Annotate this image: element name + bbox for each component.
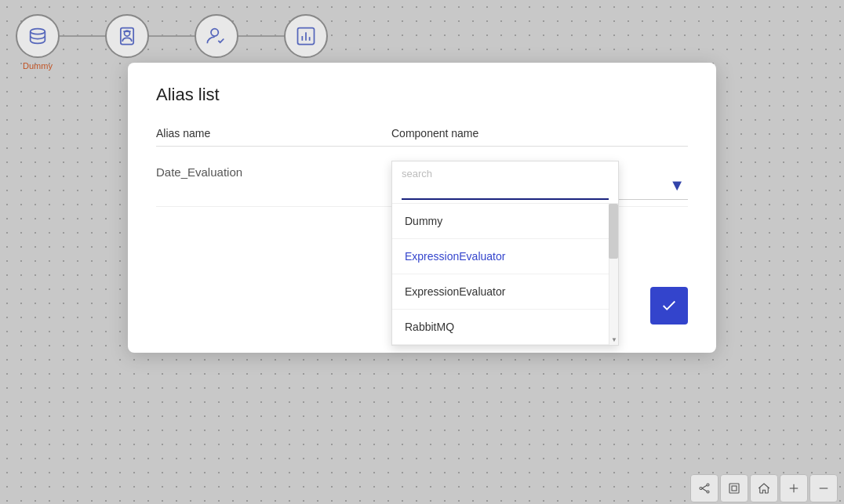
node-label-dummy: Dummy: [23, 61, 53, 71]
scrollbar-track: ▲ ▼: [609, 204, 618, 345]
scrollbar-down-arrow[interactable]: ▼: [609, 334, 618, 345]
dropdown-list: Dummy ExpressionEvaluator ExpressionEval…: [392, 204, 618, 345]
person-doc-icon: [116, 25, 138, 47]
dropdown-item-0[interactable]: Dummy: [392, 204, 609, 239]
col-header-component: Component name: [391, 127, 688, 140]
dropdown-search-area: search: [392, 161, 618, 204]
scrollbar-thumb[interactable]: [609, 204, 618, 259]
dropdown-item-1[interactable]: ExpressionEvaluator: [392, 239, 609, 274]
chevron-down-icon: ▼: [669, 176, 685, 194]
pipeline-node-2[interactable]: [105, 14, 149, 58]
pipeline-node-4[interactable]: [284, 14, 328, 58]
alias-list-modal: Alias list Alias name Component name Dat…: [128, 63, 716, 353]
chart-icon: [295, 25, 317, 47]
dropdown-item-2[interactable]: ExpressionEvaluator: [392, 274, 609, 310]
dropdown-search-input[interactable]: [402, 183, 609, 200]
connector-1: [59, 35, 106, 37]
dropdown-item-3[interactable]: RabbitMQ: [392, 310, 609, 345]
checkmark-icon: [660, 297, 678, 314]
component-dropdown: search Dummy ExpressionEvaluator Express…: [391, 161, 619, 346]
col-header-alias: Alias name: [156, 127, 391, 140]
person-check-icon: [206, 25, 227, 47]
alias-value-0: Date_Evaluation: [156, 161, 391, 179]
component-wrapper-0: please select ExpressionEvaluator ▼ sear…: [391, 161, 688, 200]
search-placeholder-label: search: [402, 168, 609, 179]
svg-point-4: [211, 29, 218, 36]
modal-title: Alias list: [156, 85, 688, 105]
alias-table-row-0: Date_Evaluation please select Expression…: [156, 147, 688, 207]
save-button[interactable]: [650, 287, 688, 325]
pipeline-node-dummy[interactable]: Dummy: [16, 14, 60, 58]
pipeline-node-3[interactable]: [195, 14, 238, 58]
database-icon: [27, 25, 49, 47]
modal-backdrop: Alias list Alias name Component name Dat…: [0, 0, 844, 504]
connector-2: [148, 35, 195, 37]
alias-table-header: Alias name Component name: [156, 127, 688, 147]
svg-point-0: [31, 29, 45, 34]
connector-3: [238, 35, 285, 37]
